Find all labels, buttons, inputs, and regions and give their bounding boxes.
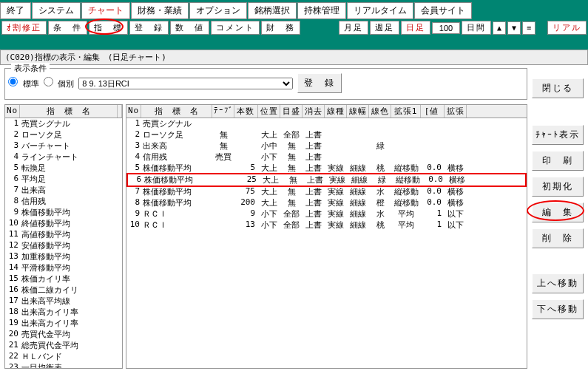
col-header[interactable]: 拡張1 [391, 105, 421, 118]
list-item[interactable]: 5転換足 [5, 163, 122, 174]
list-item[interactable]: 21総売買代金平均 [5, 340, 122, 351]
table-row[interactable]: 3出来高無小中無上書緑 [126, 140, 527, 152]
period-count-input[interactable] [432, 22, 460, 34]
top-tab-bar: 終了システムチャート財務・業績オプション銘柄選択持株管理リアルタイム会員サイト [0, 0, 588, 19]
table-row[interactable]: 5株価移動平均5大上無上書実線細線桃縦移動0.0横移 [126, 163, 527, 174]
list-item[interactable]: 7出来高 [5, 185, 122, 196]
list-item[interactable]: 18出来高カイリ率 [5, 307, 122, 318]
col-header[interactable]: 位置 [258, 105, 280, 118]
list-item[interactable]: 20売買代金平均 [5, 329, 122, 340]
left-list-body[interactable]: 1売買シグナル2ローソク足3バーチャート4ラインチャート5転換足6平均足7出来高… [5, 118, 122, 368]
col-header[interactable]: ﾃｰﾌﾞﾙ [212, 105, 234, 118]
table-row[interactable]: 6株価移動平均25大上無上書実線細線緑縦移動0.0横移 [126, 173, 527, 187]
list-item[interactable]: 16株価二線カイリ [5, 285, 122, 296]
list-item[interactable]: 1売買シグナル [5, 118, 122, 129]
nav-btn-1[interactable]: ▼ [507, 21, 521, 35]
col-header[interactable]: 拡張 [445, 105, 467, 118]
realtime-button[interactable]: リアル [547, 21, 587, 35]
table-row[interactable]: 8株価移動平均200大上無上書実線細線橙縦移動0.0横移 [126, 197, 527, 208]
top-tab-2[interactable]: チャート [81, 2, 130, 19]
nav-btn-2[interactable]: ≡ [522, 21, 535, 35]
side-btn-3[interactable]: 初期化 [532, 177, 584, 197]
table-row[interactable]: 4信用残売買小下無上書 [126, 152, 527, 163]
list-item[interactable]: 17出来高平均線 [5, 296, 122, 307]
list-item[interactable]: 6平均足 [5, 174, 122, 185]
toolbar: ｵ割修正条 件指 標登 録数 値コメント財 務月足週足日足日間▲▼≡リアル [0, 19, 588, 36]
side-btn-5[interactable]: 削 除 [532, 228, 584, 248]
period-btn-0[interactable]: 月足 [339, 21, 368, 35]
side-button-panel: 閉じるﾁｬｰﾄ表示印 刷初期化編 集削 除上へ移動下へ移動 [532, 68, 584, 369]
window-subtitle: (C020)指標の表示・編集 (日足チャート) [0, 50, 588, 65]
col-no[interactable]: No [5, 105, 20, 118]
list-item[interactable]: 2ローソク足 [5, 129, 122, 140]
period-unit[interactable]: 日間 [462, 21, 491, 35]
main-area: 表示条件 標準 個別 8 9. 13日RCI 登 録 No 指 標 名 1売買シ… [0, 65, 588, 371]
indicator-master-list: No 指 標 名 1売買シグナル2ローソク足3バーチャート4ラインチャート5転換… [4, 104, 123, 369]
side-btn-7[interactable]: 下へ移動 [532, 299, 584, 319]
top-tab-0[interactable]: 終了 [0, 2, 31, 19]
radio-standard[interactable]: 標準 [8, 77, 39, 89]
list-item[interactable]: 11高値移動平均 [5, 229, 122, 240]
col-header[interactable]: 線種 [325, 105, 347, 118]
nav-btn-0[interactable]: ▲ [493, 21, 506, 35]
table-row[interactable]: 1売買シグナル [126, 118, 527, 129]
table-row[interactable]: 7株価移動平均75大上無上書実線細線水縦移動0.0横移 [126, 186, 527, 197]
list-item[interactable]: 14平滑移動平均 [5, 262, 122, 273]
toolbar-btn-6[interactable]: 財 務 [261, 21, 300, 35]
table-row[interactable]: 10ＲＣＩ13小下全部上書実線細線桃平均1以下 [126, 219, 527, 231]
side-btn-4[interactable]: 編 集 [532, 202, 584, 222]
condition-select[interactable]: 8 9. 13日RCI [78, 78, 293, 89]
list-item[interactable]: 22ＨＬバンド [5, 351, 122, 362]
separator-bar [0, 36, 588, 50]
col-header[interactable]: [値 [421, 105, 445, 118]
col-spacer [118, 105, 122, 118]
right-list-body[interactable]: 1売買シグナル2ローソク足無大上全部上書3出来高無小中無上書緑4信用残売買小下無… [126, 118, 527, 368]
col-name[interactable]: 指 標 名 [20, 105, 118, 118]
side-btn-6[interactable]: 上へ移動 [532, 273, 584, 293]
list-item[interactable]: 12安値移動平均 [5, 240, 122, 251]
radio-individual[interactable]: 個別 [44, 77, 75, 89]
list-item[interactable]: 3バーチャート [5, 140, 122, 152]
toolbar-btn-2[interactable]: 指 標 [89, 21, 128, 35]
list-item[interactable]: 8信用残 [5, 196, 122, 207]
toolbar-btn-4[interactable]: 数 値 [170, 21, 209, 35]
col-header[interactable]: 消去 [303, 105, 325, 118]
side-btn-0[interactable]: 閉じる [532, 78, 584, 98]
top-tab-6[interactable]: 持株管理 [297, 2, 346, 19]
col-header[interactable]: No [126, 105, 141, 118]
col-header[interactable]: 本数 [234, 105, 258, 118]
toolbar-btn-3[interactable]: 登 録 [129, 21, 169, 35]
list-item[interactable]: 19出来高カイリ率 [5, 318, 122, 329]
register-button[interactable]: 登 録 [297, 73, 342, 93]
period-btn-1[interactable]: 週足 [370, 21, 399, 35]
side-btn-2[interactable]: 印 刷 [532, 151, 584, 171]
top-tab-8[interactable]: 会員サイト [414, 2, 472, 19]
top-tab-1[interactable]: システム [32, 2, 81, 19]
toolbar-btn-0[interactable]: ｵ割修正 [1, 21, 47, 35]
top-tab-3[interactable]: 財務・業績 [131, 2, 189, 19]
list-item[interactable]: 10終値移動平均 [5, 218, 122, 229]
col-header[interactable]: 指 標 名 [141, 105, 212, 118]
indicator-config-table: No指 標 名ﾃｰﾌﾞﾙ本数位置目盛消去線種線幅線色拡張1[値拡張 1売買シグナ… [126, 104, 527, 369]
col-header[interactable]: 線色 [369, 105, 391, 118]
table-row[interactable]: 2ローソク足無大上全部上書 [126, 129, 527, 140]
toolbar-btn-1[interactable]: 条 件 [48, 21, 87, 35]
side-btn-1[interactable]: ﾁｬｰﾄ表示 [532, 125, 584, 145]
toolbar-btn-5[interactable]: コメント [211, 21, 260, 35]
list-item[interactable]: 9株価移動平均 [5, 207, 122, 218]
list-item[interactable]: 4ラインチャート [5, 152, 122, 163]
table-row[interactable]: 9ＲＣＩ9小下全部上書実線細線水平均1以下 [126, 208, 527, 219]
period-btn-2[interactable]: 日足 [401, 21, 430, 35]
top-tab-4[interactable]: オプション [189, 2, 247, 19]
display-conditions-group: 表示条件 標準 個別 8 9. 13日RCI 登 録 [4, 68, 527, 100]
list-item[interactable]: 23一目均衡表 [5, 362, 122, 368]
top-tab-5[interactable]: 銘柄選択 [248, 2, 297, 19]
list-item[interactable]: 15株価カイリ率 [5, 273, 122, 285]
col-header[interactable]: 目盛 [280, 105, 303, 118]
list-item[interactable]: 13加重移動平均 [5, 251, 122, 262]
col-header[interactable]: 線幅 [347, 105, 369, 118]
group-legend: 表示条件 [11, 63, 50, 74]
top-tab-7[interactable]: リアルタイム [347, 2, 413, 19]
